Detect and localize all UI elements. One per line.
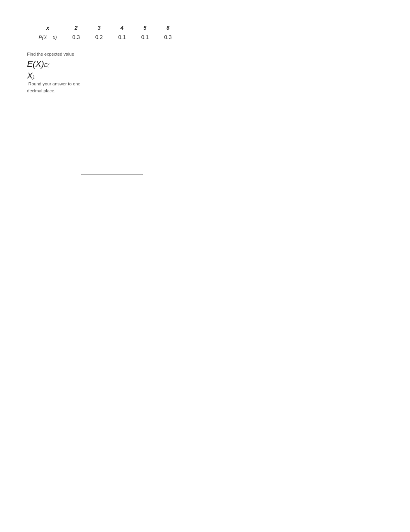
expression-wrap-2: X). Round your answer to one decimal pla… (27, 71, 89, 94)
header-6: 6 (156, 23, 179, 32)
cell-p6: 0.3 (156, 32, 179, 42)
intro-text: Find the expected value (27, 51, 89, 58)
expression-x: X (27, 71, 33, 81)
expression-wrap: E(X)E( (27, 59, 89, 69)
cell-p5: 0.1 (134, 32, 156, 42)
expression-sub2: ). (33, 74, 36, 80)
main-container: x 2 3 4 5 6 P(X = x) 0.3 0.2 0.1 0.1 0.3… (0, 0, 410, 198)
answer-input-area (81, 164, 383, 175)
answer-input[interactable] (81, 164, 143, 175)
header-3: 3 (88, 23, 110, 32)
table-section: x 2 3 4 5 6 P(X = x) 0.3 0.2 0.1 0.1 0.3 (27, 23, 383, 42)
row-label: P(X = x) (31, 32, 64, 42)
probability-table: x 2 3 4 5 6 P(X = x) 0.3 0.2 0.1 0.1 0.3 (31, 23, 180, 42)
expression-main: E(X) (27, 59, 44, 69)
cell-p4: 0.1 (110, 32, 133, 42)
round-text: Round your answer to one decimal place. (27, 81, 89, 94)
header-x: x (31, 23, 64, 32)
cell-p2: 0.3 (64, 32, 87, 42)
question-section: Find the expected value E(X)E( X). Round… (27, 51, 89, 94)
table-data-row: P(X = x) 0.3 0.2 0.1 0.1 0.3 (31, 32, 180, 42)
header-4: 4 (110, 23, 133, 32)
header-5: 5 (134, 23, 156, 32)
header-2: 2 (64, 23, 87, 32)
expression-sub: E( (44, 62, 49, 68)
table-header-row: x 2 3 4 5 6 (31, 23, 180, 32)
cell-p3: 0.2 (88, 32, 110, 42)
